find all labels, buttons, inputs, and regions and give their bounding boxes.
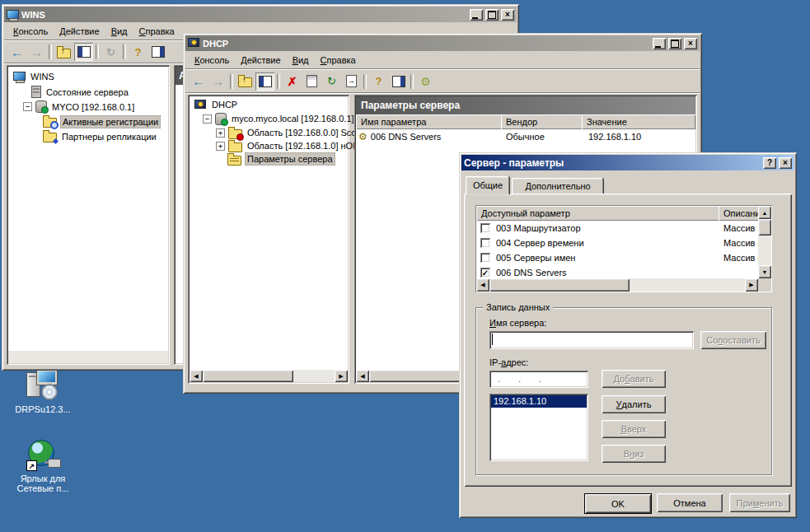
- expand-expander[interactable]: +: [216, 142, 225, 151]
- server-node-icon: [35, 100, 47, 113]
- checkbox-004[interactable]: [480, 238, 490, 248]
- dhcp-titlebar[interactable]: DHCP ×: [185, 35, 700, 51]
- console-tree-icon: [77, 46, 91, 58]
- menu-vid[interactable]: Вид: [287, 54, 315, 68]
- collapse-expander[interactable]: −: [23, 102, 32, 111]
- export-list-button[interactable]: →: [342, 72, 361, 91]
- tree-item-server-status[interactable]: Состояние сервера: [7, 85, 168, 99]
- tab-obshchie[interactable]: Общие: [466, 176, 510, 194]
- horizontal-scrollbar[interactable]: [8, 351, 168, 363]
- column-header-vendor[interactable]: Вендор: [501, 114, 587, 129]
- checkbox-006[interactable]: ✓: [480, 268, 490, 278]
- ok-button[interactable]: OK: [584, 493, 652, 514]
- wins-tree-pane[interactable]: WINS Состояние сервера − MYCO [192.168.0…: [7, 65, 170, 365]
- dialog-titlebar[interactable]: Сервер - параметры ? ×: [461, 155, 794, 170]
- cancel-button[interactable]: Отмена: [657, 493, 723, 512]
- menu-konsol[interactable]: Консоль: [189, 54, 235, 68]
- delete-button[interactable]: ✗: [283, 72, 302, 91]
- panes-button[interactable]: [148, 43, 167, 61]
- listbox-item-selected[interactable]: 192.168.1.10: [491, 395, 587, 408]
- context-help-button[interactable]: ?: [763, 157, 776, 169]
- server-icon: [31, 86, 41, 98]
- checkbox-005[interactable]: [480, 253, 490, 263]
- option-row-003[interactable]: 003 Маршрутизатор: [477, 221, 719, 236]
- close-button[interactable]: ×: [501, 9, 514, 21]
- expand-expander[interactable]: +: [216, 128, 225, 138]
- gears-button[interactable]: ⚙: [416, 72, 435, 91]
- desktop-icon-drpsu[interactable]: DRPSu12.3...: [5, 369, 81, 414]
- column-header-available[interactable]: Доступный параметр: [476, 206, 723, 221]
- help-button[interactable]: ?: [369, 72, 388, 91]
- down-button[interactable]: Вниз: [602, 445, 666, 463]
- desktop-icon-network[interactable]: ↗ Ярлык для Сетевые п...: [5, 438, 81, 493]
- menu-konsol[interactable]: Консоль: [7, 25, 54, 39]
- ip-listbox[interactable]: 192.168.1.10: [489, 394, 588, 461]
- column-header-value[interactable]: Значение: [582, 114, 695, 129]
- properties-button[interactable]: [302, 72, 321, 91]
- menu-vid[interactable]: Вид: [105, 25, 133, 39]
- tree-label: Параметры сервера: [245, 152, 335, 166]
- console-tree-toggle-button[interactable]: [74, 43, 93, 61]
- column-header-name[interactable]: Имя параметра: [356, 114, 506, 129]
- column-header-description[interactable]: Описание: [719, 206, 764, 221]
- remove-button[interactable]: Удалить: [602, 395, 666, 413]
- checkbox-003[interactable]: [480, 223, 490, 233]
- available-options-list[interactable]: Доступный параметр Описание 003 Маршрути…: [475, 205, 772, 292]
- forward-button[interactable]: →: [208, 72, 227, 91]
- tree-item-replication-partners[interactable]: Партнеры репликации: [7, 129, 168, 143]
- minimize-button[interactable]: [470, 9, 483, 21]
- up-one-level-button[interactable]: ↑: [236, 72, 255, 91]
- up-button[interactable]: Вверх: [602, 420, 666, 438]
- resolve-button[interactable]: Сопоставить: [700, 331, 766, 349]
- close-button[interactable]: ×: [779, 157, 792, 169]
- scroll-thumb[interactable]: [489, 278, 630, 292]
- wins-titlebar[interactable]: WINS ×: [4, 7, 517, 22]
- tree-item-scope-1[interactable]: + Область [192.168.1.0] нОЕ: [188, 139, 348, 152]
- apply-button[interactable]: Применить: [729, 493, 790, 512]
- close-button[interactable]: ×: [684, 38, 697, 49]
- menu-spravka[interactable]: Справка: [133, 25, 180, 39]
- option-row-005[interactable]: 005 Серверы имен: [477, 250, 719, 265]
- scroll-down-button[interactable]: ▼: [758, 265, 771, 278]
- scroll-right-button[interactable]: ▶: [335, 370, 348, 382]
- forward-button[interactable]: →: [27, 43, 46, 61]
- console-tree-toggle-button[interactable]: [255, 72, 274, 91]
- scroll-left-button[interactable]: ◀: [356, 370, 369, 382]
- server-name-input[interactable]: [489, 331, 694, 349]
- tree-item-scope-0[interactable]: + Область [192.168.0.0] Sco: [188, 126, 348, 139]
- scroll-thumb[interactable]: [203, 370, 293, 382]
- table-row[interactable]: ⚙ 006 DNS Servers Обычное 192.168.1.10: [356, 129, 695, 144]
- dhcp-tree-pane[interactable]: DHCP − myco.myco.local [192.168.0.1] + О…: [188, 95, 349, 384]
- minimize-button[interactable]: [653, 38, 666, 49]
- maximize-button[interactable]: [485, 9, 499, 21]
- tree-root-wins[interactable]: WINS: [7, 69, 168, 83]
- scroll-up-button[interactable]: ▲: [758, 206, 771, 219]
- tree-item-dhcp-server[interactable]: − myco.myco.local [192.168.0.1]: [188, 112, 348, 125]
- scroll-thumb[interactable]: [758, 219, 771, 236]
- ip-address-input[interactable]: . . .: [489, 371, 588, 388]
- panes-button[interactable]: [389, 72, 408, 91]
- tree-item-myco-server[interactable]: − MYCO [192.168.0.1]: [7, 100, 168, 114]
- scroll-right-button[interactable]: ▶: [745, 278, 758, 292]
- menu-spravka[interactable]: Справка: [315, 54, 362, 68]
- help-button[interactable]: ?: [129, 43, 147, 61]
- refresh-button[interactable]: ↻: [101, 43, 120, 61]
- up-one-level-button[interactable]: ↑: [54, 43, 73, 61]
- tree-item-server-options[interactable]: Параметры сервера: [188, 152, 348, 166]
- menu-dejstvie[interactable]: Действие: [54, 25, 105, 39]
- add-button[interactable]: Добавить: [602, 370, 666, 388]
- data-entry-group: Запись данных Имя сервера: Сопоставить I…: [475, 307, 772, 475]
- back-button[interactable]: ←: [189, 72, 208, 91]
- refresh-button[interactable]: ↻: [322, 72, 341, 91]
- option-row-004[interactable]: 004 Сервер времени: [477, 236, 719, 250]
- menu-dejstvie[interactable]: Действие: [235, 54, 286, 68]
- collapse-expander[interactable]: −: [203, 114, 212, 124]
- back-button[interactable]: ←: [7, 43, 26, 61]
- tab-dopolnitelno[interactable]: Дополнительно: [512, 178, 604, 194]
- scroll-left-button[interactable]: ◀: [190, 370, 203, 382]
- ip-input-dots: . . .: [498, 374, 541, 384]
- tree-item-active-registrations[interactable]: Активные регистрации: [7, 114, 168, 128]
- tree-root-dhcp[interactable]: DHCP: [188, 98, 348, 111]
- maximize-button[interactable]: [668, 38, 681, 49]
- scroll-left-button[interactable]: ◀: [476, 278, 489, 292]
